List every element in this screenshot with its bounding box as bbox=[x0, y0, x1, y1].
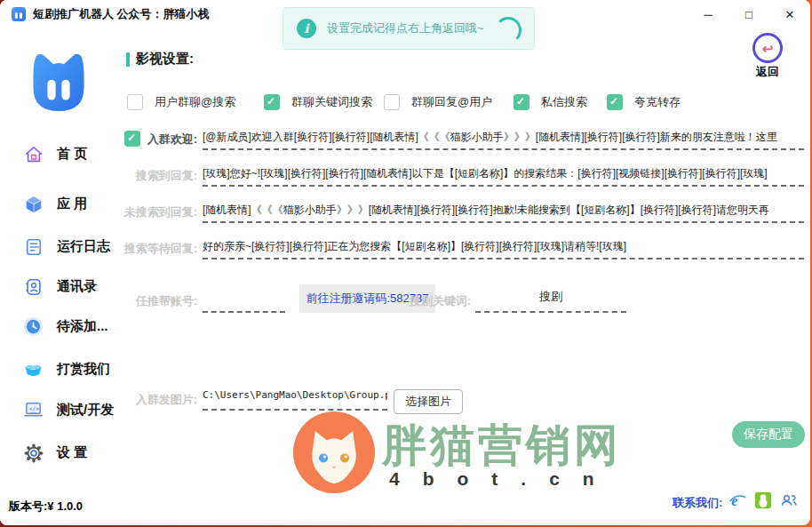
sidebar-item-test-dev[interactable]: </> 测试/开发 bbox=[23, 400, 114, 420]
svg-text:e: e bbox=[731, 493, 737, 508]
field-value-welcome[interactable]: [@新成员]欢迎入群[换行符][换行符][随机表情]《《《猫影小助手》》》[随机… bbox=[203, 130, 804, 150]
sidebar-item-settings[interactable]: 设 置 bbox=[23, 443, 87, 463]
sidebar-label: 打赏我们 bbox=[57, 361, 110, 378]
sidebar-label: 设 置 bbox=[57, 444, 87, 461]
toast-banner: i 设置完成记得点右上角返回哦~ bbox=[283, 7, 535, 50]
app-icon bbox=[12, 7, 26, 21]
minimize-button[interactable]: ─ bbox=[688, 0, 728, 28]
sidebar-label: 测试/开发 bbox=[57, 402, 114, 419]
home-icon bbox=[23, 144, 44, 164]
sidebar-label: 待添加... bbox=[57, 318, 108, 335]
watermark-subtitle: 4bot.cn bbox=[389, 468, 617, 490]
contacts-icon bbox=[23, 276, 44, 297]
loading-spinner-icon bbox=[495, 17, 521, 44]
checkbox-group-keyword-search[interactable]: 群聊关键词搜索 bbox=[264, 94, 372, 110]
sidebar-item-run-logs[interactable]: 运行日志 bbox=[23, 236, 110, 257]
back-circle[interactable]: ↩ bbox=[752, 33, 783, 63]
back-label: 返回 bbox=[746, 64, 789, 80]
log-icon bbox=[23, 236, 44, 257]
window-controls: ─ □ ✕ bbox=[688, 0, 810, 28]
sidebar-item-contacts[interactable]: 通讯录 bbox=[23, 276, 97, 297]
section-accent-bar bbox=[126, 52, 130, 67]
sidebar-item-home[interactable]: 首 页 bbox=[23, 144, 87, 164]
checkbox-icon[interactable] bbox=[127, 94, 143, 110]
sidebar: 首 页 应 用 运行日志 bbox=[0, 28, 120, 525]
maximize-button[interactable]: □ bbox=[728, 0, 769, 28]
checkbox-icon[interactable] bbox=[264, 94, 280, 110]
cube-icon bbox=[23, 194, 44, 214]
field-value-no-result-reply[interactable]: [随机表情]《《《猫影小助手》》》[随机表情][换行符][换行符]抱歉!未能搜索… bbox=[203, 203, 804, 223]
ingot-icon bbox=[23, 359, 44, 379]
sidebar-label: 首 页 bbox=[57, 146, 87, 163]
field-label-rentuibang-account: 任推帮账号: bbox=[119, 293, 197, 309]
field-label-no-result-reply: 未搜索到回复: bbox=[119, 204, 197, 220]
watermark-title: 胖猫营销网 bbox=[382, 416, 622, 475]
rentuibang-account-input[interactable] bbox=[203, 293, 285, 313]
checkbox-quark-save[interactable]: 夸克转存 bbox=[607, 94, 681, 110]
checkbox-group-reply-at-user[interactable]: 群聊回复@用户 bbox=[384, 94, 492, 110]
clock-icon bbox=[23, 316, 44, 337]
laptop-code-icon: </> bbox=[23, 400, 44, 420]
search-keyword-input[interactable]: 搜剧 bbox=[475, 289, 626, 313]
sidebar-label: 通讯录 bbox=[57, 278, 97, 295]
gear-icon bbox=[23, 443, 44, 463]
close-button[interactable]: ✕ bbox=[769, 0, 810, 28]
sidebar-item-apps[interactable]: 应 用 bbox=[23, 194, 87, 214]
section-title: 影视设置: bbox=[126, 51, 194, 68]
group-image-path-input[interactable]: C:\Users\PangMao\Desktop\Group.png bbox=[203, 389, 387, 411]
sidebar-item-tip-us[interactable]: 打赏我们 bbox=[23, 359, 110, 379]
back-button[interactable]: ↩ 返回 bbox=[746, 33, 789, 80]
sidebar-label: 运行日志 bbox=[57, 238, 110, 255]
field-label-group-image: 入群发图片: bbox=[119, 392, 197, 408]
return-arrow-icon: ↩ bbox=[762, 42, 774, 55]
qq-icon[interactable] bbox=[754, 491, 772, 509]
field-value-search-reply[interactable]: [玫瑰]您好~![玫瑰][换行符][换行符][随机表情]以下是【[短剧名称]】的… bbox=[203, 166, 804, 187]
checkbox-icon[interactable] bbox=[607, 94, 623, 110]
info-icon: i bbox=[297, 19, 316, 38]
checkbox-icon[interactable] bbox=[384, 94, 400, 110]
cat-logo bbox=[21, 48, 96, 123]
field-label-wait-reply: 搜索等待回复: bbox=[119, 241, 197, 257]
ie-browser-icon[interactable]: e bbox=[728, 491, 746, 509]
field-value-wait-reply[interactable]: 好的亲亲~[换行符][换行符]正在为您搜索【[短剧名称]】[换行符][换行符][… bbox=[203, 239, 804, 260]
save-config-button[interactable]: 保存配置 bbox=[732, 421, 805, 448]
field-label-welcome: 入群欢迎: bbox=[119, 132, 197, 148]
choose-image-button[interactable]: 选择图片 bbox=[394, 389, 463, 414]
watermark-cat-logo bbox=[293, 411, 375, 497]
toast-text: 设置完成记得点右上角返回哦~ bbox=[327, 20, 484, 36]
window-title: 短剧推广机器人 公众号：胖猫小栈 bbox=[33, 6, 210, 22]
checkbox-user-group-at-search[interactable]: 用户群聊@搜索 bbox=[127, 94, 235, 110]
user-group-icon[interactable] bbox=[780, 491, 798, 509]
sidebar-item-pending-add[interactable]: 待添加... bbox=[23, 316, 108, 337]
field-label-search-keyword: 搜剧关键词: bbox=[393, 293, 471, 309]
version-text: 版本号:¥ 1.0.0 bbox=[9, 499, 83, 515]
checkbox-private-search[interactable]: 私信搜索 bbox=[513, 94, 587, 110]
field-label-search-reply: 搜索到回复: bbox=[119, 168, 197, 184]
sidebar-label: 应 用 bbox=[57, 196, 87, 212]
checkbox-icon[interactable] bbox=[513, 94, 529, 110]
app-window: 短剧推广机器人 公众号：胖猫小栈 ─ □ ✕ i 设置完成记得点右上角返回哦~ … bbox=[0, 0, 810, 525]
contact-us-label: 联系我们: bbox=[673, 495, 722, 511]
svg-text:</>: </> bbox=[29, 405, 39, 411]
